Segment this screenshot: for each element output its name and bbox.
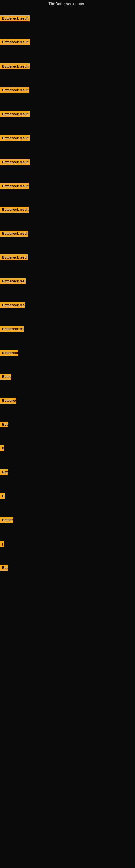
bottleneck-badge-1[interactable]: Bottleneck result [0, 16, 30, 22]
bottleneck-badge-5[interactable]: Bottleneck result [0, 111, 30, 117]
bottleneck-badge-20[interactable]: Bott [0, 469, 8, 475]
bottleneck-badge-2[interactable]: Bottleneck result [0, 39, 30, 45]
bottleneck-badge-6[interactable]: Bottleneck result [0, 135, 30, 141]
bottleneck-badge-21[interactable]: Bo [0, 493, 5, 499]
bottleneck-badge-15[interactable]: Bottleneck [0, 350, 18, 356]
bottleneck-badge-3[interactable]: Bottleneck result [0, 63, 30, 69]
site-title: TheBottlenecker.com [0, 0, 135, 8]
bottleneck-badge-18[interactable]: Bott [0, 422, 8, 428]
bottleneck-badge-23[interactable]: | [0, 541, 4, 547]
bottleneck-badge-22[interactable]: Bottlen [0, 517, 13, 523]
bottleneck-badge-11[interactable]: Bottleneck result [0, 254, 28, 260]
bottleneck-badge-10[interactable]: Bottleneck result [0, 230, 28, 237]
bottleneck-badge-16[interactable]: Bottle [0, 374, 11, 380]
bottleneck-badge-7[interactable]: Bottleneck result [0, 159, 30, 165]
bottleneck-badge-8[interactable]: Bottleneck result [0, 183, 29, 189]
bottleneck-badge-4[interactable]: Bottleneck result [0, 87, 30, 93]
bottleneck-badge-14[interactable]: Bottleneck resu [0, 326, 24, 332]
bottleneck-badge-17[interactable]: Bottlenec [0, 398, 16, 404]
bottleneck-badge-12[interactable]: Bottleneck resu [0, 278, 26, 284]
bottleneck-badge-13[interactable]: Bottleneck resu [0, 302, 25, 308]
bottleneck-badge-19[interactable]: B [0, 445, 4, 452]
page-container: TheBottlenecker.com Bottleneck resultBot… [0, 0, 135, 8]
bottleneck-badge-9[interactable]: Bottleneck result [0, 207, 29, 213]
bottleneck-badge-24[interactable]: Bott [0, 565, 8, 571]
